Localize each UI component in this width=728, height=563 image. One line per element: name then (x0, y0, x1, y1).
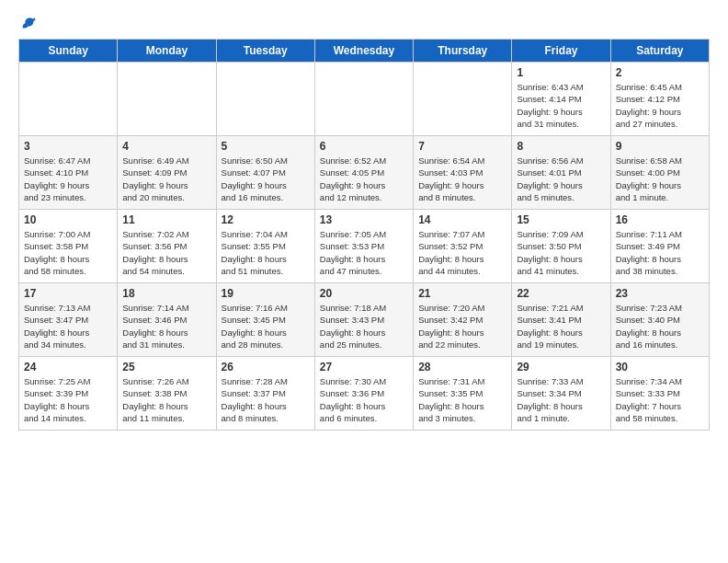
day-cell: 3Sunrise: 6:47 AM Sunset: 4:10 PM Daylig… (19, 136, 118, 210)
day-cell: 24Sunrise: 7:25 AM Sunset: 3:39 PM Dayli… (19, 357, 118, 431)
header-row: SundayMondayTuesdayWednesdayThursdayFrid… (19, 40, 710, 63)
day-number: 29 (517, 361, 605, 373)
day-number: 26 (222, 361, 310, 373)
day-cell: 1Sunrise: 6:43 AM Sunset: 4:14 PM Daylig… (512, 63, 610, 136)
day-number: 16 (616, 213, 704, 226)
day-number: 13 (320, 213, 408, 226)
day-info: Sunrise: 7:23 AM Sunset: 3:40 PM Dayligh… (616, 302, 704, 350)
day-info: Sunrise: 7:33 AM Sunset: 3:34 PM Dayligh… (517, 375, 605, 424)
day-cell (414, 63, 512, 136)
day-info: Sunrise: 6:49 AM Sunset: 4:09 PM Dayligh… (122, 155, 210, 203)
day-info: Sunrise: 7:21 AM Sunset: 3:41 PM Dayligh… (517, 302, 605, 350)
week-row-1: 1Sunrise: 6:43 AM Sunset: 4:14 PM Daylig… (19, 63, 710, 136)
day-info: Sunrise: 7:16 AM Sunset: 3:45 PM Dayligh… (222, 302, 310, 350)
day-number: 5 (222, 140, 310, 153)
day-number: 10 (24, 213, 112, 226)
day-number: 15 (517, 213, 605, 226)
day-info: Sunrise: 7:13 AM Sunset: 3:47 PM Dayligh… (24, 302, 112, 350)
day-cell: 5Sunrise: 6:50 AM Sunset: 4:07 PM Daylig… (216, 136, 314, 210)
day-cell: 23Sunrise: 7:23 AM Sunset: 3:40 PM Dayli… (610, 283, 709, 357)
day-cell: 9Sunrise: 6:58 AM Sunset: 4:00 PM Daylig… (610, 136, 709, 210)
day-cell: 10Sunrise: 7:00 AM Sunset: 3:58 PM Dayli… (19, 210, 118, 283)
day-number: 18 (122, 287, 210, 300)
day-info: Sunrise: 6:54 AM Sunset: 4:03 PM Dayligh… (418, 155, 506, 203)
col-header-sunday: Sunday (19, 40, 118, 63)
day-number: 8 (517, 140, 605, 153)
day-number: 30 (616, 361, 704, 373)
day-number: 4 (122, 140, 210, 153)
day-cell: 30Sunrise: 7:34 AM Sunset: 3:33 PM Dayli… (610, 357, 709, 431)
day-cell: 4Sunrise: 6:49 AM Sunset: 4:09 PM Daylig… (118, 136, 216, 210)
day-number: 21 (418, 287, 506, 300)
week-row-5: 24Sunrise: 7:25 AM Sunset: 3:39 PM Dayli… (19, 357, 710, 431)
day-info: Sunrise: 7:26 AM Sunset: 3:38 PM Dayligh… (122, 375, 210, 424)
col-header-thursday: Thursday (414, 40, 512, 63)
day-cell: 2Sunrise: 6:45 AM Sunset: 4:12 PM Daylig… (610, 63, 709, 136)
day-number: 23 (616, 287, 704, 300)
page: SundayMondayTuesdayWednesdayThursdayFrid… (0, 0, 728, 563)
day-cell: 21Sunrise: 7:20 AM Sunset: 3:42 PM Dayli… (414, 283, 512, 357)
day-cell: 18Sunrise: 7:14 AM Sunset: 3:46 PM Dayli… (118, 283, 216, 357)
day-cell: 26Sunrise: 7:28 AM Sunset: 3:37 PM Dayli… (216, 357, 314, 431)
day-info: Sunrise: 7:31 AM Sunset: 3:35 PM Dayligh… (418, 375, 506, 424)
col-header-tuesday: Tuesday (216, 40, 314, 63)
day-cell: 13Sunrise: 7:05 AM Sunset: 3:53 PM Dayli… (314, 210, 413, 283)
day-info: Sunrise: 7:11 AM Sunset: 3:49 PM Dayligh… (616, 228, 704, 277)
day-info: Sunrise: 6:50 AM Sunset: 4:07 PM Dayligh… (222, 155, 310, 203)
day-cell (19, 63, 118, 136)
day-info: Sunrise: 7:05 AM Sunset: 3:53 PM Dayligh… (320, 228, 408, 277)
logo-bird-icon (20, 15, 37, 31)
day-info: Sunrise: 7:25 AM Sunset: 3:39 PM Dayligh… (24, 375, 112, 424)
day-cell: 6Sunrise: 6:52 AM Sunset: 4:05 PM Daylig… (314, 136, 413, 210)
col-header-saturday: Saturday (610, 40, 709, 63)
day-info: Sunrise: 7:18 AM Sunset: 3:43 PM Dayligh… (320, 302, 408, 350)
day-number: 28 (418, 361, 506, 373)
day-cell: 15Sunrise: 7:09 AM Sunset: 3:50 PM Dayli… (512, 210, 610, 283)
day-cell: 28Sunrise: 7:31 AM Sunset: 3:35 PM Dayli… (414, 357, 512, 431)
day-cell (314, 63, 413, 136)
day-cell: 19Sunrise: 7:16 AM Sunset: 3:45 PM Dayli… (216, 283, 314, 357)
logo-text (18, 15, 37, 31)
day-info: Sunrise: 6:45 AM Sunset: 4:12 PM Dayligh… (616, 81, 704, 130)
day-info: Sunrise: 6:43 AM Sunset: 4:14 PM Dayligh… (517, 81, 605, 130)
day-info: Sunrise: 6:56 AM Sunset: 4:01 PM Dayligh… (517, 155, 605, 203)
day-cell (118, 63, 216, 136)
day-cell: 11Sunrise: 7:02 AM Sunset: 3:56 PM Dayli… (118, 210, 216, 283)
week-row-3: 10Sunrise: 7:00 AM Sunset: 3:58 PM Dayli… (19, 210, 710, 283)
day-number: 12 (222, 213, 310, 226)
day-cell (216, 63, 314, 136)
day-cell: 8Sunrise: 6:56 AM Sunset: 4:01 PM Daylig… (512, 136, 610, 210)
day-cell: 12Sunrise: 7:04 AM Sunset: 3:55 PM Dayli… (216, 210, 314, 283)
day-cell: 16Sunrise: 7:11 AM Sunset: 3:49 PM Dayli… (610, 210, 709, 283)
day-info: Sunrise: 7:30 AM Sunset: 3:36 PM Dayligh… (320, 375, 408, 424)
day-number: 25 (122, 361, 210, 373)
day-cell: 22Sunrise: 7:21 AM Sunset: 3:41 PM Dayli… (512, 283, 610, 357)
day-number: 20 (320, 287, 408, 300)
day-number: 19 (222, 287, 310, 300)
week-row-2: 3Sunrise: 6:47 AM Sunset: 4:10 PM Daylig… (19, 136, 710, 210)
day-number: 9 (616, 140, 704, 153)
day-info: Sunrise: 7:34 AM Sunset: 3:33 PM Dayligh… (616, 375, 704, 424)
col-header-friday: Friday (512, 40, 610, 63)
day-number: 6 (320, 140, 408, 153)
day-cell: 25Sunrise: 7:26 AM Sunset: 3:38 PM Dayli… (118, 357, 216, 431)
day-info: Sunrise: 7:28 AM Sunset: 3:37 PM Dayligh… (222, 375, 310, 424)
day-number: 14 (418, 213, 506, 226)
header-area (18, 15, 710, 31)
day-number: 24 (24, 361, 112, 373)
day-cell: 7Sunrise: 6:54 AM Sunset: 4:03 PM Daylig… (414, 136, 512, 210)
day-info: Sunrise: 7:09 AM Sunset: 3:50 PM Dayligh… (517, 228, 605, 277)
day-number: 11 (122, 213, 210, 226)
day-number: 7 (418, 140, 506, 153)
day-info: Sunrise: 7:00 AM Sunset: 3:58 PM Dayligh… (24, 228, 112, 277)
day-number: 22 (517, 287, 605, 300)
day-number: 2 (616, 66, 704, 79)
day-info: Sunrise: 7:04 AM Sunset: 3:55 PM Dayligh… (222, 228, 310, 277)
day-info: Sunrise: 7:14 AM Sunset: 3:46 PM Dayligh… (122, 302, 210, 350)
day-cell: 17Sunrise: 7:13 AM Sunset: 3:47 PM Dayli… (19, 283, 118, 357)
day-cell: 29Sunrise: 7:33 AM Sunset: 3:34 PM Dayli… (512, 357, 610, 431)
day-info: Sunrise: 6:58 AM Sunset: 4:00 PM Dayligh… (616, 155, 704, 203)
day-info: Sunrise: 7:20 AM Sunset: 3:42 PM Dayligh… (418, 302, 506, 350)
day-info: Sunrise: 6:52 AM Sunset: 4:05 PM Dayligh… (320, 155, 408, 203)
calendar-table: SundayMondayTuesdayWednesdayThursdayFrid… (18, 39, 710, 431)
